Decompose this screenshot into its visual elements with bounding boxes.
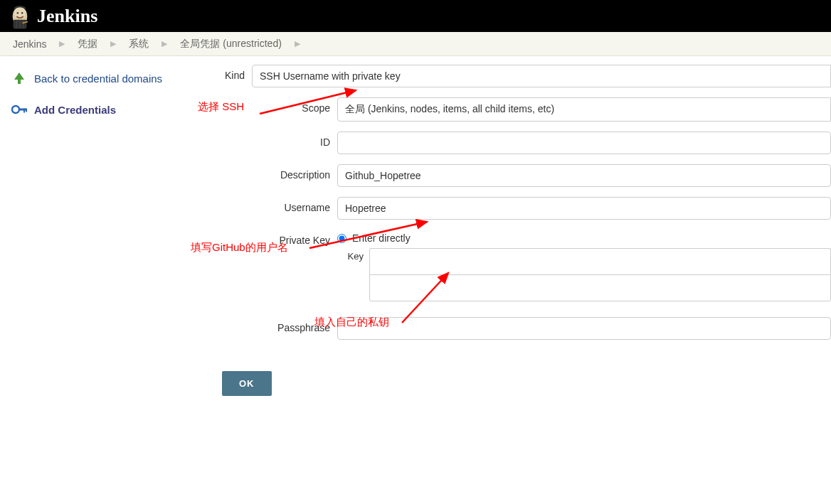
sidebar-item-back[interactable]: Back to credential domains bbox=[9, 66, 205, 97]
logo[interactable]: Jenkins bbox=[9, 3, 97, 30]
private-key-textarea[interactable] bbox=[369, 248, 831, 274]
svg-point-3 bbox=[21, 12, 23, 14]
id-input[interactable] bbox=[337, 132, 831, 154]
up-arrow-icon bbox=[11, 70, 27, 86]
passphrase-label: Passphrase bbox=[252, 317, 337, 333]
back-link-label[interactable]: Back to credential domains bbox=[34, 73, 162, 85]
header: Jenkins bbox=[0, 0, 831, 32]
username-input[interactable] bbox=[337, 197, 831, 220]
username-label: Username bbox=[252, 197, 337, 213]
enter-directly-label: Enter directly bbox=[352, 232, 411, 244]
svg-rect-9 bbox=[26, 109, 27, 112]
enter-directly-radio[interactable] bbox=[337, 234, 346, 243]
breadcrumb: Jenkins ▶ 凭据 ▶ 系统 ▶ 全局凭据 (unrestricted) … bbox=[0, 32, 831, 56]
ok-button[interactable]: OK bbox=[222, 371, 272, 396]
breadcrumb-item-global[interactable]: 全局凭据 (unrestricted) bbox=[176, 38, 285, 50]
jenkins-logo-icon bbox=[9, 3, 31, 30]
add-credentials-label[interactable]: Add Credentials bbox=[34, 104, 116, 116]
sidebar: Back to credential domains Add Credentia… bbox=[0, 56, 213, 396]
sidebar-item-add-credentials[interactable]: Add Credentials bbox=[9, 97, 205, 129]
private-key-textarea-2[interactable] bbox=[369, 274, 831, 301]
id-label: ID bbox=[252, 132, 337, 148]
svg-rect-8 bbox=[23, 109, 25, 113]
kind-select[interactable]: SSH Username with private key bbox=[252, 65, 831, 87]
key-icon bbox=[11, 102, 27, 117]
key-sublabel: Key bbox=[337, 248, 369, 262]
scope-label: Scope bbox=[252, 97, 337, 114]
main-form: Kind SSH Username with private key Scope… bbox=[213, 56, 831, 396]
breadcrumb-item-credentials[interactable]: 凭据 bbox=[73, 38, 102, 50]
chevron-icon: ▶ bbox=[106, 39, 120, 48]
description-input[interactable] bbox=[337, 164, 831, 187]
chevron-icon: ▶ bbox=[290, 39, 305, 48]
scope-select[interactable]: 全局 (Jenkins, nodes, items, all child ite… bbox=[337, 97, 831, 122]
chevron-icon: ▶ bbox=[55, 39, 69, 48]
breadcrumb-item-system[interactable]: 系统 bbox=[125, 38, 153, 50]
chevron-icon: ▶ bbox=[157, 39, 171, 48]
svg-rect-7 bbox=[18, 109, 26, 111]
passphrase-input[interactable] bbox=[337, 317, 831, 340]
description-label: Description bbox=[252, 164, 337, 181]
app-name: Jenkins bbox=[37, 6, 97, 27]
svg-point-6 bbox=[12, 106, 19, 113]
private-key-label: Private Key bbox=[252, 230, 337, 246]
svg-point-2 bbox=[17, 12, 18, 14]
breadcrumb-item-jenkins[interactable]: Jenkins bbox=[9, 38, 51, 50]
kind-label: Kind bbox=[213, 65, 252, 81]
